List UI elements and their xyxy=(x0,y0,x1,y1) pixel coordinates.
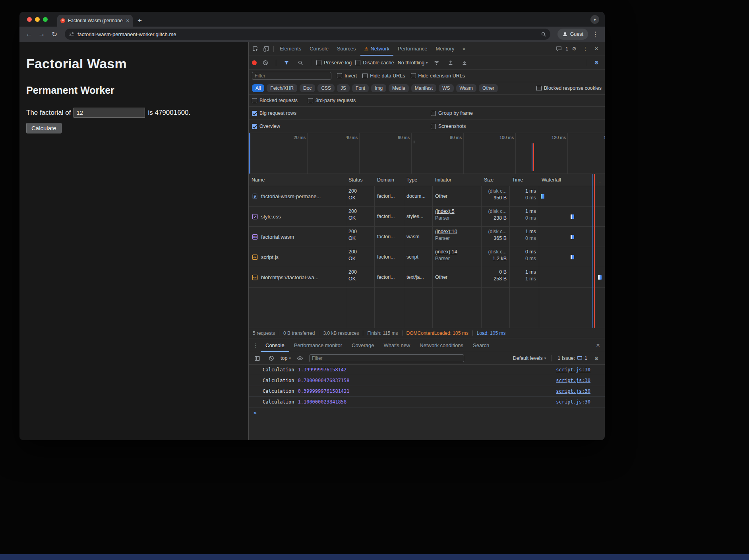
log-source-link[interactable]: script.js:30 xyxy=(556,367,590,373)
drawer-tab-network-conditions[interactable]: Network conditions xyxy=(415,338,468,352)
reload-button[interactable]: ↻ xyxy=(49,29,60,40)
overview-checkbox[interactable]: Overview xyxy=(252,124,280,129)
network-filter-input[interactable] xyxy=(252,72,331,80)
column-header-time[interactable]: Time xyxy=(509,177,539,183)
log-source-link[interactable]: script.js:30 xyxy=(556,388,590,394)
close-window-button[interactable] xyxy=(27,17,32,22)
request-row-wasm[interactable]: WA factorial.wasm 200OK factori... wasm … xyxy=(249,227,605,247)
clear-network-log-icon[interactable] xyxy=(260,58,271,68)
disable-cache-checkbox[interactable]: Disable cache xyxy=(355,60,394,66)
search-network-icon[interactable] xyxy=(295,58,306,68)
chip-wasm[interactable]: Wasm xyxy=(456,84,477,92)
column-header-status[interactable]: Status xyxy=(346,177,374,183)
drawer-tab-coverage[interactable]: Coverage xyxy=(347,338,379,352)
tab-performance[interactable]: Performance xyxy=(394,42,431,56)
export-har-icon[interactable] xyxy=(459,58,470,68)
drawer-tab-whats-new[interactable]: What's new xyxy=(379,338,415,352)
console-prompt[interactable]: > xyxy=(249,407,605,418)
browser-menu-kebab-icon[interactable]: ⋮ xyxy=(590,29,601,40)
clear-console-icon[interactable] xyxy=(266,353,277,363)
chip-other[interactable]: Other xyxy=(479,84,498,92)
column-header-domain[interactable]: Domain xyxy=(374,177,404,183)
maximize-window-button[interactable] xyxy=(43,17,48,22)
throttling-select[interactable]: No throttling ▾ xyxy=(398,60,428,66)
tab-memory[interactable]: Memory xyxy=(432,42,458,56)
invert-checkbox[interactable]: Invert xyxy=(337,73,357,79)
console-settings-gear-icon[interactable]: ⚙ xyxy=(591,353,602,363)
profile-button[interactable]: Guest xyxy=(557,29,588,40)
column-header-name[interactable]: Name xyxy=(249,177,346,183)
minimize-window-button[interactable] xyxy=(35,17,40,22)
tab-search-chevron-icon[interactable]: ▾ xyxy=(590,15,599,24)
network-conditions-icon[interactable] xyxy=(432,58,442,68)
new-tab-button[interactable]: + xyxy=(137,17,142,25)
forward-button[interactable]: → xyxy=(36,29,47,40)
request-row-script[interactable]: <> script.js 200OK factori... script (in… xyxy=(249,247,605,267)
more-tabs-icon[interactable]: » xyxy=(459,44,469,54)
timeline-drag-handle[interactable] xyxy=(249,133,250,174)
preserve-log-checkbox[interactable]: Preserve log xyxy=(316,60,352,66)
console-eye-icon[interactable] xyxy=(295,353,305,363)
drawer-close-icon[interactable]: ✕ xyxy=(593,340,603,350)
network-settings-gear-icon[interactable]: ⚙ xyxy=(591,58,602,68)
drawer-tab-search[interactable]: Search xyxy=(468,338,494,352)
browser-tab[interactable]: Factorial Wasm (permanent W ✕ xyxy=(57,15,133,27)
filter-funnel-icon[interactable] xyxy=(281,58,292,68)
column-header-waterfall[interactable]: Waterfall ▲ xyxy=(539,177,605,183)
chip-media[interactable]: Media xyxy=(389,84,409,92)
log-levels-select[interactable]: Default levels ▾ xyxy=(513,355,546,361)
request-row-blob[interactable]: <> blob:https://factorial-wa... 200OK fa… xyxy=(249,267,605,288)
tab-network[interactable]: ⚠ Network xyxy=(360,42,393,56)
initiator-link[interactable]: (index):5 xyxy=(435,208,478,215)
console-context-select[interactable]: top ▾ xyxy=(281,355,291,361)
console-log-entry[interactable]: Calculation 1.399999976158142 script.js:… xyxy=(249,365,605,375)
devtools-menu-kebab-icon[interactable]: ⋮ xyxy=(580,44,590,54)
chip-manifest[interactable]: Manifest xyxy=(411,84,436,92)
tab-console[interactable]: Console xyxy=(306,42,333,56)
calculate-button[interactable]: Calculate xyxy=(26,123,62,133)
console-log-entry[interactable]: Calculation 0.7000000476837158 script.js… xyxy=(249,375,605,386)
issues-bubble-icon[interactable] xyxy=(554,44,564,54)
initiator-link[interactable]: (index):10 xyxy=(435,228,478,235)
big-request-rows-checkbox[interactable]: Big request rows xyxy=(252,110,296,116)
column-header-initiator[interactable]: Initiator xyxy=(432,177,481,183)
site-info-icon[interactable] xyxy=(69,31,74,37)
chip-css[interactable]: CSS xyxy=(317,84,335,92)
chip-doc[interactable]: Doc xyxy=(300,84,315,92)
tab-elements[interactable]: Elements xyxy=(276,42,305,56)
console-log-entry[interactable]: Calculation 0.3999999761581421 script.js… xyxy=(249,386,605,397)
console-filter-input[interactable] xyxy=(309,354,464,362)
group-by-frame-checkbox[interactable]: Group by frame xyxy=(431,110,473,116)
import-har-icon[interactable] xyxy=(445,58,456,68)
initiator-link[interactable]: (index):14 xyxy=(435,249,478,255)
hide-data-urls-checkbox[interactable]: Hide data URLs xyxy=(362,73,405,79)
chip-all[interactable]: All xyxy=(252,84,264,92)
console-log-entry[interactable]: Calculation 1.100000023841858 script.js:… xyxy=(249,397,605,407)
third-party-requests-checkbox[interactable]: 3rd-party requests xyxy=(308,98,356,103)
screenshots-checkbox[interactable]: Screenshots xyxy=(431,124,466,129)
chip-img[interactable]: Img xyxy=(371,84,386,92)
console-sidebar-icon[interactable] xyxy=(252,353,262,363)
log-source-link[interactable]: script.js:30 xyxy=(556,399,590,405)
zoom-icon[interactable] xyxy=(541,31,546,37)
back-button[interactable]: ← xyxy=(23,29,35,40)
inspect-element-icon[interactable] xyxy=(250,44,261,54)
drawer-tab-performance-monitor[interactable]: Performance monitor xyxy=(289,338,347,352)
tab-sources[interactable]: Sources xyxy=(333,42,360,56)
blocked-response-cookies-checkbox[interactable]: Blocked response cookies xyxy=(536,85,602,91)
drawer-menu-kebab-icon[interactable]: ⋮ xyxy=(250,340,261,350)
drawer-tab-console[interactable]: Console xyxy=(261,338,289,352)
column-header-type[interactable]: Type xyxy=(404,177,432,183)
tab-close-icon[interactable]: ✕ xyxy=(126,18,130,23)
log-source-link[interactable]: script.js:30 xyxy=(556,378,590,383)
devtools-settings-gear-icon[interactable]: ⚙ xyxy=(569,44,579,54)
chip-fetch-xhr[interactable]: Fetch/XHR xyxy=(267,84,297,92)
devtools-close-icon[interactable]: ✕ xyxy=(591,44,602,54)
column-header-size[interactable]: Size xyxy=(481,177,509,183)
hide-extension-urls-checkbox[interactable]: Hide extension URLs xyxy=(411,73,465,79)
address-bar[interactable]: factorial-wasm-permanent-worker.glitch.m… xyxy=(65,29,550,40)
factorial-input[interactable] xyxy=(74,108,145,118)
blocked-requests-checkbox[interactable]: Blocked requests xyxy=(252,98,298,103)
request-row-document[interactable]: factorial-wasm-permane... 200OK factori.… xyxy=(249,186,605,207)
chip-js[interactable]: JS xyxy=(337,84,350,92)
